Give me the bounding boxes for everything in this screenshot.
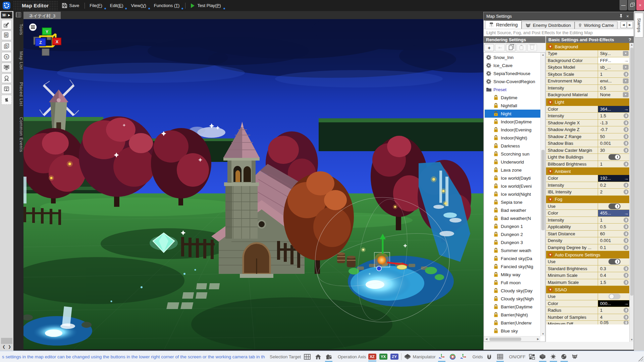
property-value-cell[interactable]: 0.001 ▼ → — [598, 140, 629, 147]
stepper-icon[interactable] — [624, 308, 629, 313]
rendering-setting-item[interactable]: Bad weather(N — [485, 214, 540, 222]
resource-tool-button[interactable]: R — [1, 31, 12, 40]
menu-item[interactable]: View(V) — [127, 0, 149, 11]
axis-plane-button[interactable]: YX — [379, 354, 387, 360]
property-value-cell[interactable]: 0.001 ▼ → — [598, 237, 629, 244]
rendering-setting-item[interactable]: Ice world(Dayti — [485, 174, 540, 182]
add-setting-button[interactable]: + — [484, 44, 494, 51]
toolbar-scroll-area[interactable] — [1, 338, 12, 344]
rendering-setting-item[interactable]: Dungeon 1 — [485, 222, 540, 230]
menu-item[interactable]: Functions (T) — [151, 0, 183, 11]
enemies-toggle-button[interactable] — [571, 353, 579, 361]
property-value-cell[interactable]: 0.2 ▼ → — [598, 182, 629, 189]
gizmo-z-handle[interactable] — [377, 266, 381, 271]
inspect-tool-button[interactable] — [1, 73, 12, 83]
stepper-icon[interactable] — [624, 224, 629, 229]
rendering-setting-item[interactable]: Barrier(Underw — [485, 319, 540, 327]
property-value-cell[interactable]: 0.3 ▼ → — [598, 265, 629, 272]
scroll-down-icon[interactable]: ▼ — [630, 338, 634, 342]
select-buildings-button[interactable] — [314, 353, 322, 361]
dropdown-icon[interactable]: ▼ — [623, 51, 629, 56]
rendering-setting-item[interactable]: Nightfall — [485, 102, 540, 110]
toggle-switch[interactable] — [608, 203, 621, 209]
stepper-icon[interactable] — [624, 266, 629, 271]
database-tool-button[interactable]: D — [1, 41, 12, 51]
save-button[interactable]: Save — [58, 0, 84, 11]
stepper-icon[interactable] — [624, 321, 629, 324]
axis-plane-button[interactable]: XZ — [368, 354, 376, 360]
rendering-setting-item[interactable]: Night — [485, 110, 540, 118]
stepper-icon[interactable] — [624, 148, 629, 153]
section-header[interactable]: ▼ Ambient — [546, 168, 629, 175]
property-value-cell[interactable]: 0.4 ▼ → — [598, 272, 629, 279]
stepper-icon[interactable] — [624, 189, 629, 194]
rendering-setting-item[interactable]: Fancied sky(Da — [485, 254, 540, 262]
menu-item[interactable]: File(F) — [86, 0, 106, 11]
rendering-setting-item[interactable]: Ice_Cave — [485, 61, 540, 69]
rendering-setting-item[interactable]: Ice world(Eveni — [485, 182, 540, 190]
property-value-cell[interactable]: 0.5 ▼ → — [598, 224, 629, 230]
stepper-icon[interactable] — [624, 120, 629, 125]
stepper-icon[interactable] — [624, 238, 629, 243]
scroll-up-icon[interactable]: ▲ — [630, 43, 634, 47]
property-value-cell[interactable]: 1 ▼ → — [598, 217, 629, 224]
property-value-cell[interactable]: envi... ▼ → — [598, 78, 629, 84]
stepper-icon[interactable] — [624, 273, 629, 278]
rotate-tool-button[interactable] — [448, 353, 457, 361]
section-header[interactable]: ▼ Background — [546, 43, 629, 50]
rendering-setting-item[interactable]: Cloudy sky(Day — [485, 287, 540, 295]
stamps-tab[interactable]: Stamps — [635, 13, 643, 38]
resize-grip[interactable] — [638, 356, 643, 361]
map-document-tab[interactable]: ネイテイ村_3 — [23, 12, 61, 19]
help-button[interactable]: ? — [629, 37, 631, 42]
restore-button[interactable] — [628, 0, 636, 10]
rendering-setting-item[interactable]: Indoor(Night) — [485, 134, 540, 142]
rendering-setting-item[interactable]: Milky way — [485, 270, 540, 279]
menu-item[interactable]: Edit(E) — [107, 0, 127, 11]
rendering-setting-item[interactable]: Darkness — [485, 142, 540, 150]
rendering-setting-item[interactable]: SepiaTonedHouse — [485, 69, 540, 77]
property-value-cell[interactable]: 1.5 ▼ → — [598, 113, 629, 119]
pin-button[interactable] — [618, 13, 624, 19]
rendering-setting-item[interactable]: Underworld — [485, 158, 540, 166]
stepper-icon[interactable] — [624, 85, 629, 90]
property-value-cell[interactable]: 364... ▼ → — [598, 106, 629, 113]
export-tool-button[interactable] — [1, 84, 12, 94]
rendering-setting-item[interactable]: Dungeon 2 — [485, 230, 540, 238]
property-value-cell[interactable]: 1 ▼ → — [598, 307, 629, 314]
property-value-cell[interactable]: Sky... ▼ → — [598, 50, 629, 57]
rendering-setting-item[interactable]: Summer weath — [485, 246, 540, 254]
rendering-setting-item[interactable]: Snow-CoverdRegion — [485, 77, 540, 85]
property-value-cell[interactable]: 4 ▼ → — [598, 314, 629, 321]
dropdown-icon[interactable]: ▼ — [623, 65, 629, 70]
property-value-cell[interactable]: FFF... ▼ → — [598, 57, 629, 64]
map-settings-titlebar[interactable]: Map Settings × — [484, 12, 634, 20]
property-value-cell[interactable]: 192... ▼ → — [598, 175, 629, 182]
rendering-setting-item[interactable]: Fancied sky(Nig — [485, 262, 540, 270]
grid-toggle-button[interactable] — [496, 353, 504, 361]
scale-tool-button[interactable] — [459, 353, 468, 361]
stepper-icon[interactable] — [624, 183, 629, 188]
property-value-cell[interactable]: 1.5 ▼ → — [598, 279, 629, 286]
list-horizontal-scrollbar[interactable]: ◀ ▶ — [484, 336, 540, 342]
property-value-cell[interactable]: ▼ → — [598, 203, 629, 210]
rendering-setting-item[interactable]: Full moon — [485, 279, 540, 287]
property-value-cell[interactable]: 30 ▼ → — [598, 147, 629, 154]
rendering-setting-item[interactable]: Indoor(Evening — [485, 126, 540, 134]
color-picker-arrow-icon[interactable]: → — [624, 176, 629, 181]
move-tool-button[interactable] — [437, 353, 446, 361]
scroll-right-icon[interactable]: ▶ — [536, 337, 540, 342]
property-value-cell[interactable]: ▼ → — [598, 154, 629, 161]
axis-plane-button[interactable]: ZY — [390, 354, 398, 360]
lighting-toggle-button[interactable] — [549, 353, 558, 361]
rendering-setting-item[interactable]: Ice world(Night — [485, 190, 540, 198]
stepper-icon[interactable] — [624, 218, 629, 223]
property-value-cell[interactable]: 455... ▼ → — [598, 210, 629, 217]
section-header[interactable]: ▼ SSAO — [546, 286, 629, 293]
stepper-icon[interactable] — [624, 245, 629, 250]
property-value-cell[interactable]: -1.3 ▼ → — [598, 120, 629, 126]
property-value-cell[interactable]: 50 ▼ → — [598, 133, 629, 140]
delete-button[interactable] — [527, 44, 537, 51]
stepper-icon[interactable] — [624, 162, 629, 167]
property-value-cell[interactable]: sb_... ▼ → — [598, 64, 629, 71]
